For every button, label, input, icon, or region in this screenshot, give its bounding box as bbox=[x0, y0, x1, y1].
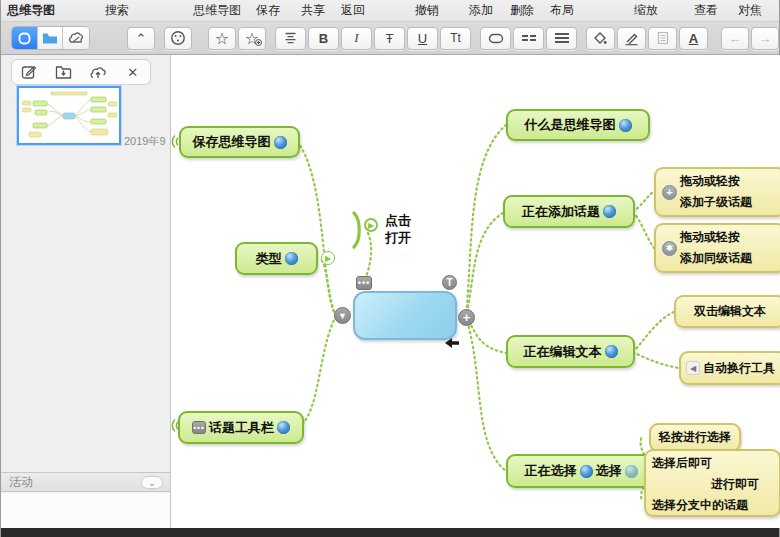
mode-folder-button[interactable] bbox=[38, 27, 64, 49]
node-save-label: 保存思维导图 bbox=[193, 133, 271, 151]
globe-icon bbox=[603, 205, 616, 218]
edit-pencil-icon bbox=[21, 64, 37, 80]
hint-play-icon[interactable]: ▶ bbox=[364, 218, 378, 232]
italic-glyph: I bbox=[354, 30, 358, 46]
topic-toolbar-badge-icon[interactable]: ••• bbox=[356, 276, 372, 290]
asterisk-glyph: ✱ bbox=[666, 243, 674, 253]
notes-button[interactable] bbox=[648, 27, 677, 50]
menu-undo[interactable]: 撤销 bbox=[415, 2, 439, 19]
hint-label: 点击 打开 bbox=[385, 212, 411, 246]
dashed-lines-icon bbox=[521, 33, 537, 43]
bold-glyph: B bbox=[319, 31, 328, 46]
type-play-icon[interactable]: ▶ bbox=[321, 251, 335, 265]
mode-stamp-button[interactable] bbox=[63, 27, 89, 49]
move-to-folder-button[interactable] bbox=[52, 62, 76, 82]
text-tool-badge-icon[interactable]: T bbox=[442, 275, 457, 290]
upload-cloud-button[interactable] bbox=[86, 62, 110, 82]
solid-lines-icon bbox=[554, 32, 570, 44]
rounded-rect-icon bbox=[488, 33, 504, 44]
menu-return[interactable]: 返回 bbox=[341, 2, 365, 19]
menu-bar: 思维导图 搜索 思维导图 保存 共享 返回 撤销 添加 删除 布局 缩放 查看 … bbox=[1, 0, 779, 22]
close-document-button[interactable]: ✕ bbox=[121, 62, 145, 82]
menu-zoom[interactable]: 缩放 bbox=[634, 2, 658, 19]
menu-view[interactable]: 查看 bbox=[694, 2, 718, 19]
asterisk-circle-icon: ✱ bbox=[662, 241, 677, 256]
menu-save[interactable]: 保存 bbox=[256, 2, 280, 19]
node-add-child-tip[interactable]: + 拖动或轻按 添加子级话题 bbox=[654, 167, 780, 217]
menu-layout[interactable]: 布局 bbox=[550, 2, 574, 19]
fill-color-button[interactable] bbox=[586, 27, 615, 50]
collapse-toolbar-button[interactable]: ⌃ bbox=[127, 27, 155, 50]
plus-glyph: + bbox=[463, 310, 471, 325]
palette-icon bbox=[170, 30, 186, 46]
document-actions-panel: ✕ bbox=[11, 59, 151, 85]
select-tip4-label: 选择分支中的话题 bbox=[652, 495, 748, 516]
menu-add[interactable]: 添加 bbox=[469, 2, 493, 19]
node-what-is-mindmap[interactable]: 什么是思维导图 bbox=[506, 109, 650, 141]
menu-share[interactable]: 共享 bbox=[301, 2, 325, 19]
menu-search[interactable]: 搜索 bbox=[105, 2, 129, 19]
plus-badge-icon bbox=[255, 39, 262, 46]
font-size-glyph: Tt bbox=[450, 31, 461, 45]
bold-button[interactable]: B bbox=[308, 27, 339, 50]
line-dashed-button[interactable] bbox=[513, 27, 544, 50]
plus-glyph: + bbox=[666, 186, 672, 198]
mode-map-button[interactable] bbox=[12, 27, 38, 49]
node-type[interactable]: 类型 bbox=[235, 242, 318, 275]
node-selecting-label: 正在选择 bbox=[525, 462, 577, 480]
menu-focus[interactable]: 对焦 bbox=[738, 2, 762, 19]
node-topic-toolbar[interactable]: ••• 话题工具栏 bbox=[178, 411, 304, 444]
font-size-button[interactable]: Tt bbox=[440, 27, 471, 50]
node-selecting[interactable]: 正在选择 选择 bbox=[506, 454, 656, 488]
ellipsis-glyph: ••• bbox=[358, 278, 370, 288]
activity-collapse-button[interactable]: ⌄ bbox=[141, 476, 163, 489]
menu-delete[interactable]: 删除 bbox=[510, 2, 534, 19]
node-save-mindmap[interactable]: 保存思维导图 bbox=[179, 126, 300, 158]
node-select-tip-1[interactable]: 轻按进行选择 bbox=[649, 423, 741, 452]
text-align-button[interactable] bbox=[275, 27, 306, 50]
document-thumbnail[interactable] bbox=[17, 86, 121, 145]
folder-icon bbox=[42, 32, 58, 45]
node-auto-wrap-tip[interactable]: ◀ 自动换行工具 bbox=[679, 351, 780, 385]
hint-line2: 打开 bbox=[385, 229, 411, 246]
menu-mindmap[interactable]: 思维导图 bbox=[193, 2, 241, 19]
node-topic-toolbar-label: 话题工具栏 bbox=[209, 419, 274, 437]
toolbar: ⌃ ☆ ☆ B I Ŧ U Tt bbox=[1, 22, 779, 55]
forward-arrow-icon: → bbox=[759, 31, 772, 46]
select-tip1-label: 轻按进行选择 bbox=[659, 429, 731, 446]
plus-circle-icon: + bbox=[662, 185, 677, 200]
back-button[interactable]: ← bbox=[721, 27, 749, 50]
node-double-click-tip[interactable]: 双击编辑文本 bbox=[674, 295, 780, 328]
node-select-tip-2[interactable]: 选择后即可 进行即可 选择分支中的话题 bbox=[644, 449, 780, 517]
highlighter-button[interactable] bbox=[617, 27, 646, 50]
thumbnail-date-label: 2019年9 bbox=[124, 134, 166, 149]
underline-button[interactable]: U bbox=[407, 27, 438, 50]
stickers-button[interactable]: ☆ bbox=[208, 27, 236, 50]
ellipsis-glyph: ••• bbox=[193, 423, 204, 432]
thumbnail-minimap bbox=[19, 88, 119, 143]
theme-palette-button[interactable] bbox=[164, 27, 192, 50]
add-child-handle-icon[interactable]: + bbox=[458, 309, 475, 326]
add-sticker-button[interactable]: ☆ bbox=[238, 27, 266, 50]
line-solid-button[interactable] bbox=[546, 27, 577, 50]
central-topic-node[interactable] bbox=[353, 291, 457, 340]
node-editing-text[interactable]: 正在编辑文本 bbox=[506, 335, 635, 368]
stamp-icon bbox=[68, 31, 84, 45]
node-add-sibling-tip[interactable]: ✱ 拖动或轻按 添加同级话题 bbox=[654, 223, 780, 273]
edit-document-button[interactable] bbox=[17, 62, 41, 82]
pen-icon bbox=[624, 31, 639, 46]
ellipsis-badge-icon: ••• bbox=[192, 421, 206, 434]
forward-button[interactable]: → bbox=[751, 27, 779, 50]
back-arrow-icon: ← bbox=[729, 31, 742, 46]
strikethrough-button[interactable]: Ŧ bbox=[374, 27, 405, 50]
node-adding-topic[interactable]: 正在添加话题 bbox=[503, 195, 635, 228]
globe-icon bbox=[580, 465, 593, 478]
menu-app-name[interactable]: 思维导图 bbox=[7, 2, 55, 19]
t-glyph: T bbox=[446, 277, 452, 288]
node-type-label: 类型 bbox=[256, 250, 282, 268]
collapse-handle-icon[interactable]: ▼ bbox=[334, 307, 351, 324]
font-color-button[interactable]: A bbox=[679, 27, 708, 50]
mindmap-canvas[interactable]: ▶ 点击 打开 ••• T ▼ + 保存思维导图 类型 ▶ ••• 话题工具栏 bbox=[171, 55, 780, 528]
italic-button[interactable]: I bbox=[341, 27, 372, 50]
node-shape-button[interactable] bbox=[480, 27, 511, 50]
